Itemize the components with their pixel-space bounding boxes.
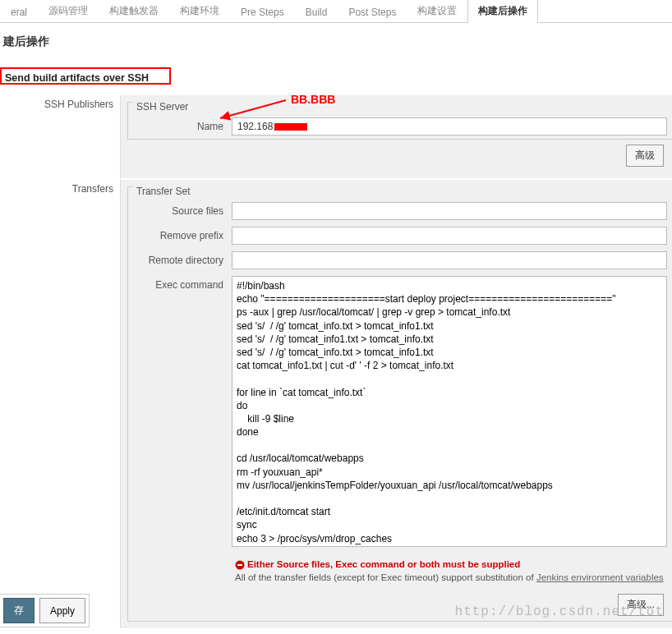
tab-post-build[interactable]: 构建后操作 [467,0,538,23]
validation-error-text: Either Source files, Exec command or bot… [247,559,520,569]
name-select[interactable]: 192.168. [232,117,667,136]
source-files-input[interactable] [232,202,667,220]
ssh-server-fieldset: SSH Server Name 192.168. [127,102,672,140]
ssh-publishers-label: SSH Publishers [5,99,113,110]
tab-general[interactable]: eral [0,1,38,23]
source-files-label: Source files [133,202,232,217]
apply-button[interactable]: Apply [39,598,85,623]
svg-rect-2 [237,564,242,566]
tab-pre-steps[interactable]: Pre Steps [230,1,295,23]
config-tabs: eral 源码管理 构建触发器 构建环境 Pre Steps Build Pos… [0,0,672,23]
help-text-body: All of the transfer fields (except for E… [235,572,536,582]
tab-triggers[interactable]: 构建触发器 [99,0,169,23]
remote-dir-input[interactable] [232,251,667,269]
ssh-server-legend: SSH Server [133,101,672,113]
name-label: Name [133,117,232,132]
save-button[interactable]: 存 [3,598,35,623]
server-advanced-button[interactable]: 高级 [626,145,664,167]
ssh-publisher-header: Send build artifacts over SSH [2,71,152,85]
exec-command-textarea[interactable]: #!/bin/bash echo "=====================s… [232,276,667,547]
jenkins-env-link[interactable]: Jenkins environment variables [536,572,664,582]
annotation-bb-label: BB.BBB [291,93,335,106]
redacted-bar [274,123,307,131]
validation-error: Either Source files, Exec command or bot… [235,558,667,571]
help-text: All of the transfer fields (except for E… [235,571,667,584]
footer-buttons: 存 Apply [0,594,90,627]
tab-build-settings[interactable]: 构建设置 [407,0,467,23]
section-title: 建后操作 [0,23,672,61]
tab-build-env[interactable]: 构建环境 [169,0,230,23]
tab-post-steps[interactable]: Post Steps [338,1,407,23]
remote-dir-label: Remote directory [133,251,232,266]
transfer-set-legend: Transfer Set [133,186,672,197]
tab-scm[interactable]: 源码管理 [38,0,99,23]
remove-prefix-label: Remove prefix [133,227,232,241]
transfers-label: Transfers [5,183,113,195]
name-value-text: 192.168. [237,121,276,132]
error-icon [235,560,245,570]
transfer-advanced-button[interactable]: 高级... [618,594,664,616]
tab-build[interactable]: Build [295,1,338,23]
transfer-set-fieldset: Transfer Set Source files Remove prefix … [127,186,672,622]
remove-prefix-input[interactable] [232,227,667,245]
exec-command-label: Exec command [133,276,232,291]
